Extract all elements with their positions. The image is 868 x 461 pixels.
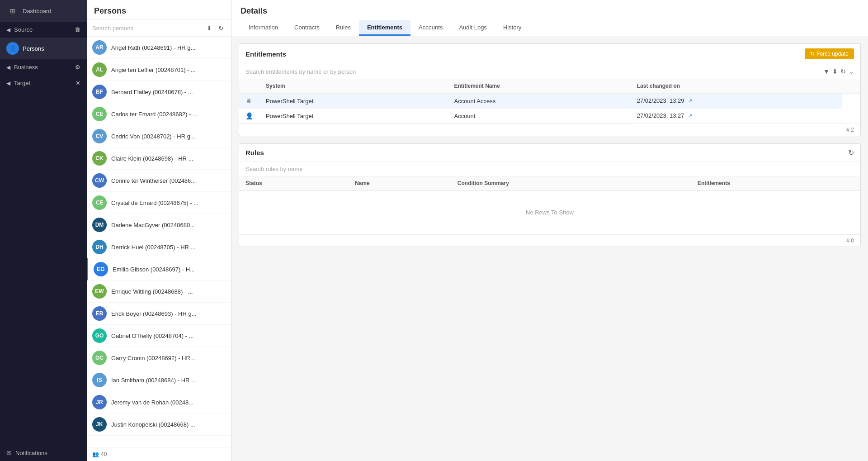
person-name: Jeremy van de Rohan (00248... (111, 399, 193, 406)
avatar: IS (92, 373, 107, 387)
rules-actions: ↻ (848, 148, 854, 157)
list-item[interactable]: DM Darlene MacGyver (00248680... (87, 214, 231, 236)
tab-auditlogs[interactable]: Audit Logs (451, 20, 495, 36)
filter-icon[interactable]: ▼ (823, 68, 830, 75)
tab-contracts[interactable]: Contracts (286, 20, 328, 36)
details-panel: Details InformationContractsRulesEntitle… (231, 0, 868, 461)
person-name: Garry Cronin (00248692) - HR... (111, 355, 195, 361)
list-item[interactable]: CK Claire Klein (00248698) - HR ... (87, 147, 231, 170)
name-col-header: Name (349, 176, 451, 190)
table-row[interactable]: 👤 PowerShell Target Account 27/02/2023, … (239, 109, 860, 124)
details-title: Details (241, 6, 859, 16)
avatar: DM (92, 218, 107, 232)
business-icon: ◀ (6, 64, 10, 71)
list-item[interactable]: IS Ian Smitham (00248684) - HR ... (87, 369, 231, 391)
entitlements-table-container: System Entitlement Name Last changed on … (239, 79, 860, 124)
avatar: GC (92, 351, 107, 365)
source-delete-icon[interactable]: 🗑 (75, 26, 80, 33)
download-entitlements-icon[interactable]: ⬇ (832, 68, 838, 75)
entitlement-name-col-header: Entitlement Name (448, 79, 630, 93)
list-item[interactable]: EW Enrique Witting (00248688) - ... (87, 280, 231, 303)
entitlements-rules-col-header: Entitlements (691, 176, 860, 190)
details-tabs: InformationContractsRulesEntitlementsAcc… (241, 20, 859, 36)
entitlements-section-header: Entitlements ↻ Force update (239, 44, 860, 64)
rules-search-bar (239, 162, 860, 176)
external-link-icon[interactable]: ↗ (688, 98, 692, 104)
person-name: Connie ter Wintheiser (002486... (111, 177, 196, 184)
rules-footer: # 0 (239, 234, 860, 247)
refresh-entitlements-icon[interactable]: ↻ (840, 68, 846, 75)
force-update-button[interactable]: ↻ Force update (805, 48, 854, 59)
list-item[interactable]: EB Erick Boyer (00248693) - HR g... (87, 303, 231, 325)
avatar: EW (92, 284, 107, 299)
sidebar-item-target[interactable]: ◀ Target ✕ (0, 75, 87, 91)
persons-list: AR Angel Rath (00248691) - HR g... AL An… (87, 37, 231, 447)
table-row[interactable]: 🖥 PowerShell Target Account Access 27/02… (239, 93, 860, 109)
list-item[interactable]: JR Jeremy van de Rohan (00248... (87, 391, 231, 413)
entitlements-footer: # 2 (239, 124, 860, 136)
system-col-header: System (259, 79, 448, 93)
external-link-icon[interactable]: ↗ (688, 113, 692, 119)
sidebar-item-persons-label: Persons (23, 45, 80, 52)
list-item[interactable]: GO Gabriel O'Reilly (00248704) - ... (87, 325, 231, 347)
target-cross-icon[interactable]: ✕ (75, 80, 80, 86)
entitlement-name-cell: Account (448, 109, 630, 124)
avatar: CE (92, 107, 107, 121)
tab-accounts[interactable]: Accounts (410, 20, 451, 36)
person-name: Ian Smitham (00248684) - HR ... (111, 377, 196, 384)
icon-col-header (239, 79, 259, 93)
list-item[interactable]: AR Angel Rath (00248691) - HR g... (87, 37, 231, 59)
persons-search-bar: ⬇ ↻ (87, 20, 231, 37)
avatar: CK (92, 151, 107, 166)
rules-section-header: Rules ↻ (239, 144, 860, 162)
rules-table: Status Name Condition Summary Entitlemen… (239, 176, 860, 234)
sidebar-item-notifications[interactable]: ✉ Notifications (0, 445, 87, 461)
download-persons-button[interactable]: ⬇ (205, 24, 214, 33)
system-cell: PowerShell Target (259, 109, 448, 124)
no-rows-label: No Rows To Show (239, 190, 860, 234)
details-header: Details InformationContractsRulesEntitle… (231, 0, 868, 36)
sidebar-item-persons[interactable]: 👤 Persons (0, 38, 87, 59)
persons-header: Persons (87, 0, 231, 20)
system-cell: PowerShell Target (259, 93, 448, 109)
entitlements-search-actions: ▼ ⬇ ↻ ⌄ (823, 68, 854, 75)
person-name: Enrique Witting (00248688) - ... (111, 288, 193, 295)
tab-history[interactable]: History (495, 20, 529, 36)
list-item[interactable]: CE Crystal de Emard (00248675) - ... (87, 192, 231, 214)
refresh-persons-button[interactable]: ↻ (217, 24, 226, 33)
person-name: Darlene MacGyver (00248680... (111, 222, 195, 228)
dashboard-icon: ⊞ (6, 5, 19, 17)
search-input[interactable] (92, 25, 201, 32)
list-item[interactable]: JK Justin Konopelski (00248668) ... (87, 413, 231, 436)
sidebar-item-business[interactable]: ◀ Business ⚙ (0, 59, 87, 75)
person-name: Crystal de Emard (00248675) - ... (111, 200, 198, 206)
rules-search-input[interactable] (245, 166, 854, 172)
entitlements-count: # 2 (846, 127, 854, 133)
sidebar-item-source[interactable]: ◀ Source 🗑 (0, 22, 87, 38)
tab-information[interactable]: Information (241, 20, 286, 36)
tab-entitlements[interactable]: Entitlements (359, 20, 410, 36)
person-name: Cedric Von (00248702) - HR g... (111, 133, 195, 140)
entitlements-search-input[interactable] (245, 68, 823, 75)
list-item[interactable]: BF Bernard Flatley (00248678) - ... (87, 81, 231, 103)
list-item[interactable]: CE Carlos ter Emard (00248682) - ... (87, 103, 231, 125)
list-item[interactable]: GC Garry Cronin (00248692) - HR... (87, 347, 231, 369)
person-name: Emilio Gibson (00248697) - H... (113, 266, 195, 273)
list-item[interactable]: AL Angie ten Leffler (00248701) - ... (87, 59, 231, 81)
source-icon: ◀ (6, 27, 10, 33)
list-item[interactable]: EG Emilio Gibson (00248697) - H... (87, 258, 231, 280)
list-item[interactable]: DH Derrick Huel (00248705) - HR ... (87, 236, 231, 258)
list-item[interactable]: CV Cedric Von (00248702) - HR g... (87, 125, 231, 147)
business-settings-icon[interactable]: ⚙ (75, 64, 80, 71)
sidebar: ⊞ Dashboard ◀ Source 🗑 👤 Persons ◀ Busin… (0, 0, 87, 461)
list-item[interactable]: CW Connie ter Wintheiser (002486... (87, 170, 231, 192)
sidebar-item-dashboard[interactable]: ⊞ Dashboard (0, 0, 87, 22)
person-name: Erick Boyer (00248693) - HR g... (111, 310, 197, 317)
entitlements-actions: ↻ Force update (805, 48, 854, 59)
avatar: EB (92, 306, 107, 321)
refresh-rules-icon[interactable]: ↻ (848, 148, 854, 157)
avatar: JR (92, 395, 107, 409)
rules-section: Rules ↻ Status Name Condition Su (239, 143, 861, 247)
tab-rules[interactable]: Rules (328, 20, 359, 36)
chevron-down-icon[interactable]: ⌄ (849, 68, 854, 75)
